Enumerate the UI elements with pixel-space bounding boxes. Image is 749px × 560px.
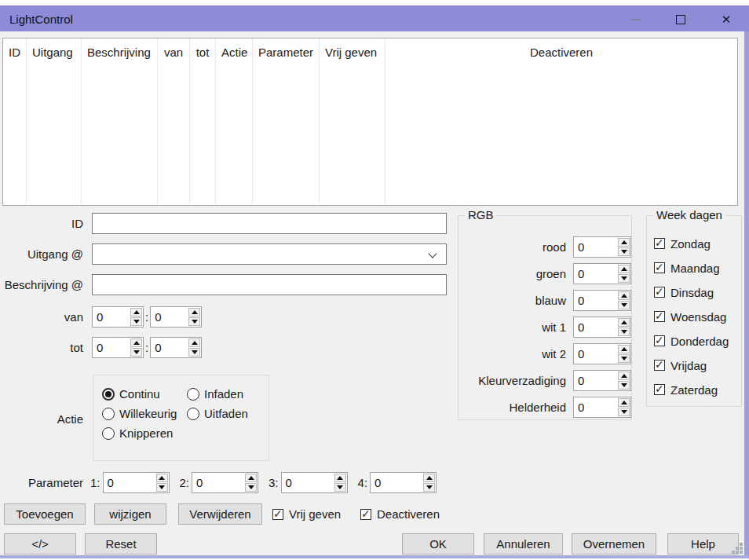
entries-table[interactable]: IDUitgangBeschrijvingvantotActieParamete…	[2, 38, 738, 206]
spinner-up-button[interactable]	[188, 308, 200, 317]
actie-radio-option[interactable]: Infaden	[187, 387, 269, 401]
parameter-spinner[interactable]: 0	[103, 472, 170, 493]
help-button[interactable]: Help	[667, 533, 739, 555]
weekday-checkbox-row[interactable]: Donderdag	[654, 333, 741, 349]
radio-button-icon[interactable]	[102, 408, 115, 420]
radio-button-icon[interactable]	[102, 427, 115, 440]
tot-hour-spinner[interactable]: 0	[92, 337, 144, 358]
weekday-checkbox-row[interactable]: Dinsdag	[654, 284, 741, 300]
spinner-down-button[interactable]	[618, 274, 630, 283]
spinner-value[interactable]: 0	[151, 307, 188, 327]
verwijderen-button[interactable]: Verwijderen	[178, 503, 262, 525]
spinner-up-button[interactable]	[334, 474, 346, 482]
spinner-down-button[interactable]	[130, 317, 142, 326]
weekday-checkbox[interactable]	[654, 287, 665, 298]
spinner-up-button[interactable]	[618, 372, 630, 380]
spinner-value[interactable]: 0	[574, 317, 617, 337]
spinner-value[interactable]: 0	[574, 237, 617, 257]
spinner-up-button[interactable]	[188, 339, 200, 347]
vrij-geven-checkbox[interactable]	[272, 509, 283, 520]
spinner-down-button[interactable]	[618, 328, 630, 336]
spinner-down-button[interactable]	[130, 348, 142, 357]
spinner-up-button[interactable]	[156, 474, 168, 482]
spinner-up-button[interactable]	[618, 398, 630, 407]
uitgang-combobox[interactable]	[92, 243, 447, 265]
spinner-value[interactable]: 0	[151, 338, 188, 357]
resize-grip[interactable]	[732, 543, 743, 554]
spinner-up-button[interactable]	[618, 345, 630, 353]
spinner-down-button[interactable]	[618, 408, 630, 416]
table-column-header[interactable]: tot	[190, 38, 216, 205]
table-column-header[interactable]: Uitgang	[27, 38, 82, 205]
spinner-value[interactable]: 0	[574, 344, 617, 364]
spinner-up-button[interactable]	[130, 308, 142, 317]
spinner-down-button[interactable]	[245, 483, 257, 492]
ok-button[interactable]: OK	[402, 533, 474, 555]
rgb-spinner[interactable]: 0	[573, 397, 631, 418]
spinner-value[interactable]: 0	[93, 338, 130, 357]
radio-button-icon[interactable]	[187, 408, 199, 420]
annuleren-button[interactable]: Annuleren	[484, 533, 563, 555]
tot-minute-spinner[interactable]: 0	[150, 337, 202, 358]
id-input[interactable]	[92, 213, 447, 234]
spinner-value[interactable]: 0	[574, 371, 617, 390]
spinner-up-button[interactable]	[618, 265, 630, 273]
spinner-down-button[interactable]	[423, 483, 435, 492]
rgb-spinner[interactable]: 0	[573, 236, 631, 258]
weekday-checkbox[interactable]	[654, 360, 665, 371]
weekday-checkbox-row[interactable]: Maandag	[654, 260, 741, 276]
spinner-value[interactable]: 0	[93, 307, 130, 327]
weekday-checkbox[interactable]	[654, 311, 665, 322]
spinner-down-button[interactable]	[334, 483, 346, 492]
minimize-button[interactable]	[612, 6, 658, 32]
spinner-up-button[interactable]	[618, 291, 630, 300]
table-column-header[interactable]: van	[158, 38, 190, 205]
weekday-checkbox-row[interactable]: Woensdag	[654, 309, 741, 324]
weekday-checkbox[interactable]	[654, 238, 665, 249]
actie-radio-option[interactable]: Willekeurig	[102, 407, 185, 420]
maximize-button[interactable]	[658, 6, 703, 32]
overnemen-button[interactable]: Overnemen	[572, 533, 656, 555]
beschrijving-input[interactable]	[92, 274, 447, 295]
table-column-header[interactable]: Actie	[216, 38, 253, 205]
table-column-header[interactable]: ID	[3, 38, 27, 205]
spinner-value[interactable]: 0	[192, 473, 244, 492]
rgb-spinner[interactable]: 0	[573, 317, 631, 338]
table-column-header[interactable]: Vrij geven	[320, 38, 385, 205]
weekday-checkbox-row[interactable]: Zondag	[654, 236, 741, 251]
weekday-checkbox[interactable]	[654, 335, 665, 346]
actie-radio-option[interactable]: Knipperen	[102, 426, 185, 440]
weekday-checkbox[interactable]	[654, 262, 665, 273]
parameter-spinner[interactable]: 0	[281, 472, 348, 493]
parameter-spinner[interactable]: 0	[370, 472, 437, 493]
vrij-geven-checkbox-row[interactable]: Vrij geven	[272, 503, 341, 525]
van-hour-spinner[interactable]: 0	[92, 306, 144, 328]
radio-button-icon[interactable]	[187, 388, 199, 401]
rgb-spinner[interactable]: 0	[573, 263, 631, 284]
actie-radio-option[interactable]: Continu	[102, 387, 185, 401]
table-column-header[interactable]: Deactiveren	[385, 38, 737, 205]
close-button[interactable]: ✕	[703, 6, 749, 32]
rgb-spinner[interactable]: 0	[573, 343, 631, 364]
spinner-down-button[interactable]	[618, 301, 630, 309]
actie-radio-option[interactable]: Uitfaden	[187, 407, 269, 420]
spinner-value[interactable]: 0	[574, 291, 617, 310]
code-button[interactable]: </>	[4, 533, 76, 555]
van-minute-spinner[interactable]: 0	[150, 306, 202, 328]
weekday-checkbox-row[interactable]: Vrijdag	[654, 357, 741, 373]
spinner-up-button[interactable]	[423, 474, 435, 482]
weekday-checkbox[interactable]	[654, 384, 665, 395]
spinner-up-button[interactable]	[618, 318, 630, 327]
table-column-header[interactable]: Parameter	[253, 38, 320, 205]
spinner-value[interactable]: 0	[371, 473, 422, 492]
spinner-value[interactable]: 0	[574, 397, 617, 417]
spinner-up-button[interactable]	[130, 339, 142, 347]
table-column-header[interactable]: Beschrijving	[82, 38, 158, 205]
reset-button[interactable]: Reset	[85, 533, 157, 555]
spinner-up-button[interactable]	[245, 474, 257, 482]
spinner-down-button[interactable]	[618, 247, 630, 256]
parameter-spinner[interactable]: 0	[192, 472, 258, 493]
spinner-down-button[interactable]	[618, 381, 630, 390]
spinner-down-button[interactable]	[188, 317, 200, 326]
rgb-spinner[interactable]: 0	[573, 370, 631, 391]
